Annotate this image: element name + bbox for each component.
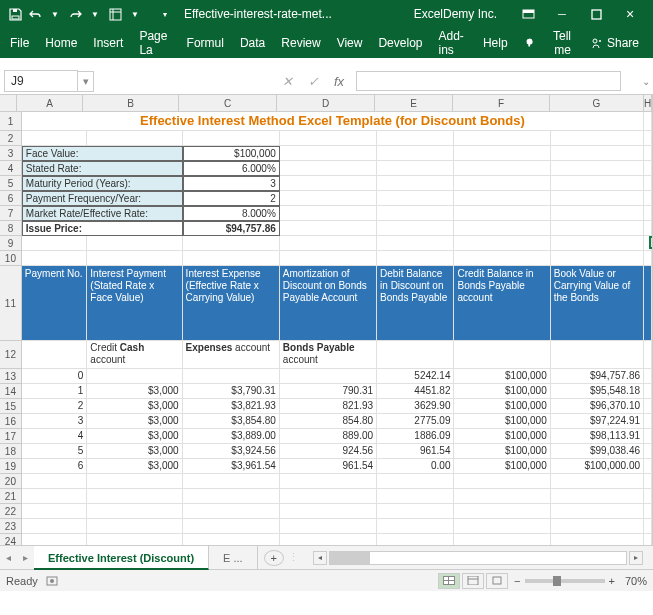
cell[interactable] — [551, 489, 644, 504]
redo-dropdown-icon[interactable]: ▼ — [86, 5, 104, 23]
cell[interactable] — [454, 236, 550, 251]
cell[interactable] — [280, 489, 377, 504]
cell[interactable] — [377, 191, 454, 206]
cell[interactable] — [183, 251, 280, 266]
cell[interactable] — [183, 504, 280, 519]
cell[interactable]: $100,000 — [454, 384, 550, 399]
cell[interactable] — [551, 341, 644, 369]
cell[interactable] — [644, 221, 652, 236]
row-header-21[interactable]: 21 — [0, 489, 22, 504]
row-header-10[interactable]: 10 — [0, 251, 22, 266]
cell[interactable] — [183, 489, 280, 504]
cell[interactable] — [22, 489, 88, 504]
cell[interactable] — [87, 534, 182, 545]
maximize-button[interactable] — [579, 0, 613, 28]
cell[interactable]: 3 — [183, 176, 280, 191]
cell[interactable] — [454, 489, 550, 504]
cell[interactable] — [22, 534, 88, 545]
form-dropdown-icon[interactable]: ▼ — [126, 5, 144, 23]
cell[interactable] — [22, 504, 88, 519]
row-header-3[interactable]: 3 — [0, 146, 22, 161]
cell[interactable]: $3,961.54 — [183, 459, 280, 474]
enter-formula-icon[interactable]: ✓ — [300, 74, 326, 89]
cell[interactable] — [551, 221, 644, 236]
cell[interactable] — [644, 459, 652, 474]
cell[interactable] — [22, 341, 88, 369]
cell[interactable] — [454, 251, 550, 266]
redo-icon[interactable] — [66, 5, 84, 23]
cell[interactable] — [22, 251, 88, 266]
ribbon-tab-home[interactable]: Home — [37, 28, 85, 58]
tab-nav-next[interactable]: ▸ — [17, 552, 34, 563]
cell[interactable]: Stated Rate: — [22, 161, 183, 176]
cell[interactable] — [551, 191, 644, 206]
cell[interactable] — [644, 191, 652, 206]
ribbon-tab-file[interactable]: File — [2, 28, 37, 58]
cell[interactable] — [87, 489, 182, 504]
cell[interactable]: Book Value or Carrying Value of the Bond… — [551, 266, 644, 341]
cell[interactable]: Maturity Period (Years): — [22, 176, 183, 191]
row-header-9[interactable]: 9 — [0, 236, 22, 251]
macro-record-icon[interactable] — [46, 575, 58, 587]
cell[interactable] — [454, 474, 550, 489]
cell[interactable]: Face Value: — [22, 146, 183, 161]
add-sheet-button[interactable]: + — [264, 550, 284, 566]
cell[interactable]: $3,000 — [87, 399, 182, 414]
cell[interactable] — [551, 206, 644, 221]
cell[interactable] — [183, 236, 280, 251]
row-header-24[interactable]: 24 — [0, 534, 22, 545]
cell[interactable]: Credit Balance in Bonds Payable account — [454, 266, 550, 341]
cell[interactable]: $3,889.00 — [183, 429, 280, 444]
row-header-14[interactable]: 14 — [0, 384, 22, 399]
hscroll-thumb[interactable] — [330, 552, 370, 564]
cell[interactable]: $98,113.91 — [551, 429, 644, 444]
cell[interactable] — [644, 341, 652, 369]
cell[interactable]: 5242.14 — [377, 369, 454, 384]
cell[interactable] — [377, 221, 454, 236]
row-header-22[interactable]: 22 — [0, 504, 22, 519]
view-page-break-icon[interactable] — [486, 573, 508, 589]
col-header-F[interactable]: F — [453, 95, 550, 112]
cell[interactable] — [22, 519, 88, 534]
cell[interactable]: Issue Price: — [22, 221, 183, 236]
cell[interactable]: 0.00 — [377, 459, 454, 474]
cell[interactable] — [644, 384, 652, 399]
cell[interactable] — [551, 131, 644, 146]
cell[interactable]: Effective Interest Method Excel Template… — [22, 112, 644, 131]
cell[interactable] — [454, 176, 550, 191]
cell[interactable]: $3,790.31 — [183, 384, 280, 399]
cell[interactable] — [87, 504, 182, 519]
cell[interactable] — [454, 206, 550, 221]
minimize-button[interactable]: ─ — [545, 0, 579, 28]
cell[interactable]: 2 — [22, 399, 88, 414]
cell[interactable] — [280, 236, 377, 251]
view-normal-icon[interactable] — [438, 573, 460, 589]
ribbon-tab-help[interactable]: Help — [475, 28, 516, 58]
cell[interactable]: $96,370.10 — [551, 399, 644, 414]
cell[interactable]: $3,000 — [87, 444, 182, 459]
cell[interactable]: Payment Frequency/Year: — [22, 191, 183, 206]
cell[interactable]: $3,000 — [87, 384, 182, 399]
cell[interactable] — [280, 206, 377, 221]
zoom-out[interactable]: − — [514, 575, 520, 587]
col-header-A[interactable]: A — [17, 95, 83, 112]
cell[interactable] — [644, 444, 652, 459]
name-box-dropdown[interactable]: ▾ — [78, 71, 94, 92]
cell[interactable] — [644, 112, 652, 131]
cell[interactable]: $3,924.56 — [183, 444, 280, 459]
cell[interactable]: $100,000 — [454, 369, 550, 384]
save-icon[interactable] — [6, 5, 24, 23]
hscroll-left[interactable]: ◂ — [313, 551, 327, 565]
cell[interactable] — [377, 131, 454, 146]
cell[interactable]: Interest Payment (Stated Rate x Face Val… — [87, 266, 182, 341]
cell[interactable]: 854.80 — [280, 414, 377, 429]
tab-nav-first[interactable]: ◂ — [0, 552, 17, 563]
cell[interactable]: $100,000 — [183, 146, 280, 161]
cell[interactable] — [644, 504, 652, 519]
cell[interactable] — [183, 534, 280, 545]
cell[interactable]: 6.000% — [183, 161, 280, 176]
cell[interactable] — [454, 504, 550, 519]
cell[interactable] — [183, 369, 280, 384]
cell[interactable] — [377, 176, 454, 191]
row-header-19[interactable]: 19 — [0, 459, 22, 474]
